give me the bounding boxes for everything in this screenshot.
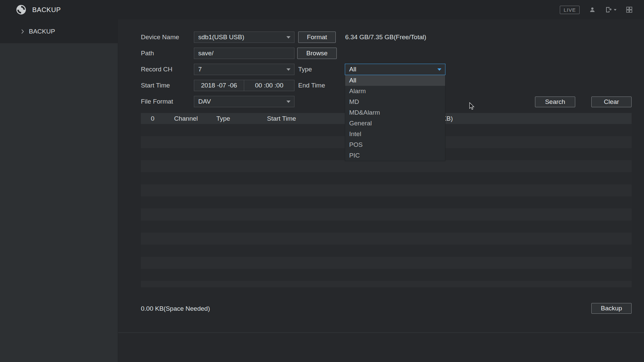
start-time-input[interactable]: 2018 -07 -06 00 :00 :00 — [194, 80, 294, 91]
chevron-down-icon — [286, 36, 290, 39]
device-name-value: sdb1(USB USB) — [198, 34, 244, 41]
chevron-down-icon — [286, 101, 290, 103]
logout-icon[interactable] — [605, 6, 616, 13]
type-label: Type — [298, 64, 312, 75]
type-dropdown-list: All Alarm MD MD&Alarm General Intel POS … — [345, 75, 445, 161]
type-option-md[interactable]: MD — [345, 97, 445, 107]
sidebar-item-label: BACKUP — [29, 28, 55, 35]
type-option-intel[interactable]: Intel — [345, 129, 445, 139]
chevron-down-icon — [286, 68, 290, 71]
file-format-label: File Format — [141, 96, 173, 107]
device-name-label: Device Name — [141, 32, 179, 43]
type-option-pos[interactable]: POS — [345, 139, 445, 150]
file-format-value: DAV — [198, 98, 211, 105]
type-option-pic[interactable]: PIC — [345, 150, 445, 161]
top-bar-actions: LIVE — [560, 0, 633, 19]
bottom-divider — [118, 333, 644, 333]
chevron-right-icon — [21, 29, 24, 34]
top-bar: BACKUP LIVE — [0, 0, 644, 19]
page-title: BACKUP — [32, 0, 61, 19]
record-ch-label: Record CH — [141, 64, 172, 75]
type-option-md-alarm[interactable]: MD&Alarm — [345, 107, 445, 118]
record-ch-select[interactable]: 7 — [194, 64, 294, 75]
sidebar: BACKUP — [0, 19, 118, 362]
app-logo-icon — [15, 4, 27, 17]
type-value: All — [349, 66, 356, 73]
end-time-label: End Time — [298, 80, 325, 91]
start-date-value[interactable]: 2018 -07 -06 — [194, 80, 244, 91]
start-clock-value[interactable]: 00 :00 :00 — [244, 80, 294, 91]
record-ch-value: 7 — [198, 66, 202, 73]
table-header-channel: Channel — [174, 113, 198, 124]
type-select[interactable]: All — [345, 64, 445, 75]
capacity-text: 6.34 GB/7.35 GB(Free/Total) — [345, 32, 426, 43]
start-time-label: Start Time — [141, 80, 170, 91]
clear-button[interactable]: Clear — [591, 97, 632, 107]
table-header-type: Type — [216, 113, 230, 124]
grid-view-icon[interactable] — [626, 6, 633, 13]
path-label: Path — [141, 48, 154, 59]
chevron-down-icon — [614, 9, 616, 11]
sidebar-item-backup[interactable]: BACKUP — [0, 19, 118, 43]
chevron-down-icon — [437, 68, 441, 71]
mouse-cursor — [468, 102, 476, 112]
table-header-start-time: Start Time — [267, 113, 296, 124]
table-header-count: 0 — [148, 113, 158, 124]
path-input[interactable] — [194, 48, 294, 59]
file-format-select[interactable]: DAV — [194, 96, 294, 107]
type-option-alarm[interactable]: Alarm — [345, 86, 445, 97]
backup-button[interactable]: Backup — [591, 303, 632, 314]
backup-screen: BACKUP LIVE — [0, 0, 644, 362]
live-button[interactable]: LIVE — [560, 6, 580, 14]
browse-button[interactable]: Browse — [297, 48, 337, 59]
user-icon[interactable] — [589, 6, 596, 13]
type-option-general[interactable]: General — [345, 118, 445, 129]
search-button[interactable]: Search — [535, 97, 575, 107]
type-option-all[interactable]: All — [345, 75, 445, 86]
device-name-select[interactable]: sdb1(USB USB) — [194, 32, 294, 43]
format-button[interactable]: Format — [298, 32, 336, 43]
space-needed-text: 0.00 KB(Space Needed) — [141, 303, 210, 314]
